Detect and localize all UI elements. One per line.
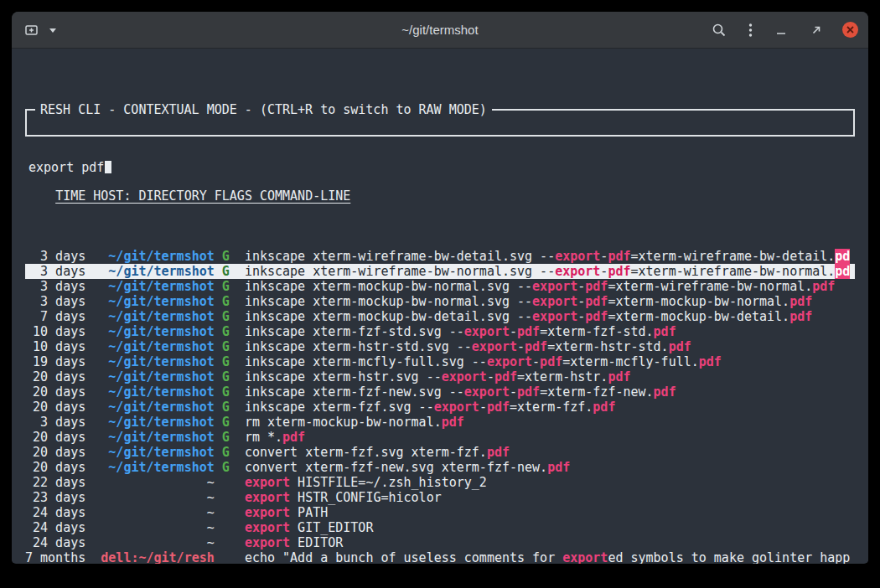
- history-row[interactable]: 19 days ~/git/termshot G inkscape xterm-…: [25, 354, 855, 369]
- history-row[interactable]: 7 months dell:~/git/resh echo "Add a bun…: [25, 550, 855, 564]
- history-row[interactable]: 24 days ~ export GIT_EDITOR: [25, 520, 855, 535]
- close-button[interactable]: [842, 22, 858, 38]
- text-cursor: [105, 161, 111, 173]
- history-row[interactable]: 22 days ~ export HISTFILE=~/.zsh_history…: [25, 475, 855, 490]
- search-box[interactable]: RESH CLI - CONTEXTUAL MODE - (CTRL+R to …: [25, 109, 855, 137]
- kebab-menu-icon: [748, 23, 753, 38]
- history-row[interactable]: 24 days ~ export PATH: [25, 505, 855, 520]
- history-row[interactable]: 10 days ~/git/termshot G inkscape xterm-…: [25, 324, 855, 339]
- search-icon: [712, 23, 727, 38]
- history-row[interactable]: 23 days ~ export HSTR_CONFIG=hicolor: [25, 490, 855, 505]
- history-list: 3 days ~/git/termshot G inkscape xterm-w…: [25, 249, 855, 564]
- search-input[interactable]: export pdf: [28, 160, 104, 175]
- maximize-button[interactable]: [807, 21, 826, 39]
- menu-button[interactable]: [746, 20, 755, 40]
- close-icon: [842, 22, 858, 38]
- history-row[interactable]: 20 days ~/git/termshot G rm *.pdf: [25, 430, 855, 445]
- history-row[interactable]: 20 days ~/git/termshot G convert xterm-f…: [25, 445, 855, 460]
- history-row[interactable]: 3 days ~/git/termshot G inkscape xterm-m…: [25, 279, 855, 294]
- search-button[interactable]: [709, 20, 729, 40]
- history-row[interactable]: 3 days ~/git/termshot G rm xterm-mockup-…: [25, 415, 855, 430]
- history-row[interactable]: 7 days ~/git/termshot G inkscape xterm-m…: [25, 309, 855, 324]
- history-row[interactable]: 3 days ~/git/termshot G inkscape xterm-w…: [25, 249, 855, 264]
- new-tab-icon: [24, 23, 39, 37]
- terminal-screen[interactable]: RESH CLI - CONTEXTUAL MODE - (CTRL+R to …: [12, 49, 868, 563]
- titlebar[interactable]: ~/git/termshot: [12, 12, 868, 49]
- new-tab-button[interactable]: [22, 20, 41, 39]
- tab-list-dropdown[interactable]: [46, 24, 60, 36]
- history-row[interactable]: 20 days ~/git/termshot G inkscape xterm-…: [25, 384, 855, 400]
- history-row[interactable]: 20 days ~/git/termshot G inkscape xterm-…: [25, 369, 855, 384]
- history-row[interactable]: 3 days ~/git/termshot G inkscape xterm-m…: [25, 294, 855, 309]
- chevron-down-icon: [49, 27, 57, 34]
- history-row[interactable]: 20 days ~/git/termshot G convert xterm-f…: [25, 460, 855, 475]
- history-row[interactable]: 20 days ~/git/termshot G inkscape xterm-…: [25, 400, 855, 415]
- restore-icon: [810, 23, 823, 37]
- minimize-icon: [774, 23, 788, 37]
- history-row[interactable]: 10 days ~/git/termshot G inkscape xterm-…: [25, 339, 855, 354]
- minimize-button[interactable]: [772, 21, 790, 39]
- search-query-line[interactable]: export pdf: [27, 156, 853, 175]
- terminal-window: ~/git/termshot: [12, 12, 868, 564]
- history-row[interactable]: 24 days ~ export EDITOR: [25, 535, 855, 550]
- search-box-title: RESH CLI - CONTEXTUAL MODE - (CTRL+R to …: [35, 102, 492, 117]
- history-row[interactable]: 3 days ~/git/termshot G inkscape xterm-w…: [25, 264, 855, 279]
